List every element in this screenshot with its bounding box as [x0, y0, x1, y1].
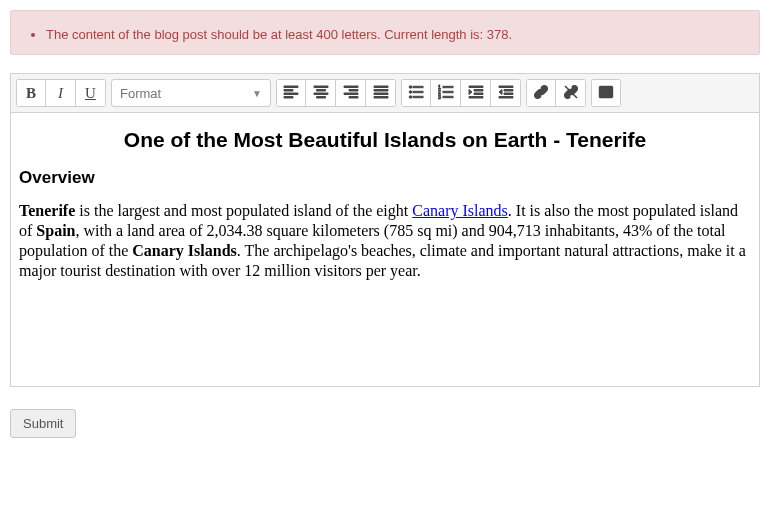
- indent-button[interactable]: [461, 79, 491, 107]
- svg-rect-9: [443, 91, 453, 92]
- indent-icon: [468, 84, 484, 103]
- align-right-button[interactable]: [336, 79, 366, 107]
- link-button[interactable]: [526, 79, 556, 107]
- bold-text: Canary Islands: [132, 242, 236, 259]
- image-icon: [598, 84, 614, 103]
- submit-button[interactable]: Submit: [10, 409, 76, 438]
- canary-islands-link[interactable]: Canary Islands: [412, 202, 508, 219]
- align-center-button[interactable]: [306, 79, 336, 107]
- italic-button[interactable]: I: [46, 79, 76, 107]
- svg-point-14: [602, 88, 605, 91]
- svg-point-4: [409, 95, 412, 98]
- post-paragraph: Tenerife is the largest and most populat…: [19, 201, 751, 281]
- unlink-icon: [563, 84, 579, 103]
- ordered-list-button[interactable]: 123: [431, 79, 461, 107]
- svg-rect-7: [443, 86, 453, 87]
- align-left-icon: [283, 84, 299, 103]
- editor: B I U Format ▼: [10, 73, 760, 387]
- unordered-list-button[interactable]: [401, 79, 431, 107]
- underline-button[interactable]: U: [76, 79, 106, 107]
- format-select[interactable]: Format ▼: [111, 79, 271, 107]
- format-select-label: Format: [120, 86, 161, 101]
- error-message: The content of the blog post should be a…: [46, 26, 744, 44]
- svg-rect-3: [413, 91, 423, 92]
- outdent-icon: [498, 84, 514, 103]
- align-justify-icon: [373, 84, 389, 103]
- chevron-down-icon: ▼: [252, 88, 262, 99]
- editor-content-area[interactable]: One of the Most Beautiful Islands on Ear…: [11, 113, 759, 386]
- list-ul-icon: [408, 84, 424, 103]
- bold-text: Spain: [36, 222, 75, 239]
- svg-text:3: 3: [438, 94, 441, 100]
- error-banner: The content of the blog post should be a…: [10, 10, 760, 55]
- svg-point-2: [409, 90, 412, 93]
- align-justify-button[interactable]: [366, 79, 396, 107]
- link-icon: [533, 84, 549, 103]
- align-right-icon: [343, 84, 359, 103]
- svg-rect-11: [443, 96, 453, 97]
- section-heading: Overview: [19, 167, 751, 188]
- editor-toolbar: B I U Format ▼: [11, 74, 759, 113]
- image-button[interactable]: [591, 79, 621, 107]
- align-center-icon: [313, 84, 329, 103]
- post-title: One of the Most Beautiful Islands on Ear…: [19, 127, 751, 153]
- svg-rect-1: [413, 86, 423, 87]
- bold-button[interactable]: B: [16, 79, 46, 107]
- list-ol-icon: 123: [438, 84, 454, 103]
- svg-rect-5: [413, 96, 423, 97]
- outdent-button[interactable]: [491, 79, 521, 107]
- svg-point-0: [409, 85, 412, 88]
- bold-text: Tenerife: [19, 202, 75, 219]
- unlink-button[interactable]: [556, 79, 586, 107]
- align-left-button[interactable]: [276, 79, 306, 107]
